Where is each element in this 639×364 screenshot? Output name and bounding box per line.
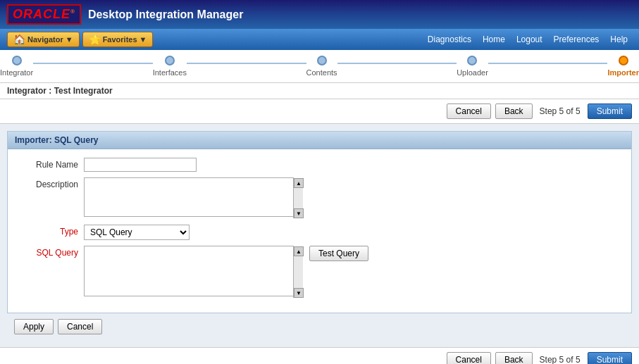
preferences-link[interactable]: Preferences — [550, 33, 604, 46]
sql-query-label: SQL Query — [15, 246, 78, 258]
help-link[interactable]: Help — [606, 33, 632, 46]
step-uploader[interactable]: Uploader — [457, 56, 488, 77]
description-textarea[interactable] — [84, 177, 294, 217]
navigator-chevron: ▼ — [66, 35, 73, 44]
diagnostics-link[interactable]: Diagnostics — [423, 33, 476, 46]
app-header: ORACLE® Desktop Integration Manager — [0, 0, 639, 29]
test-query-button[interactable]: Test Query — [309, 246, 368, 261]
step-label-uploader: Uploader — [457, 68, 488, 77]
favorites-chevron: ▼ — [139, 35, 147, 44]
cancel-button[interactable]: Cancel — [58, 319, 102, 334]
sql-scrollbar-down-arrow[interactable]: ▼ — [294, 288, 304, 298]
navigator-button[interactable]: 🏠 Navigator ▼ — [7, 32, 80, 47]
top-back-button[interactable]: Back — [495, 103, 533, 119]
step-integrator[interactable]: Integrator — [0, 56, 33, 77]
section-body: Rule Name Description ▲ ▼ Type — [8, 149, 631, 313]
step-circle-integrator — [12, 56, 22, 65]
wizard-line-2 — [187, 63, 306, 64]
bottom-back-button[interactable]: Back — [495, 352, 533, 364]
scrollbar-up-arrow[interactable]: ▲ — [294, 178, 304, 188]
step-circle-uploader — [467, 56, 477, 65]
description-label: Description — [15, 177, 78, 189]
breadcrumb: Integrator : Test Integrator — [0, 83, 639, 99]
bottom-action-bar: Apply Cancel — [7, 313, 632, 340]
step-interfaces[interactable]: Interfaces — [153, 56, 187, 77]
type-row: Type SQL Query Stored Procedure — [15, 225, 624, 240]
rule-name-input[interactable] — [84, 158, 197, 172]
sql-query-row: SQL Query ▲ ▼ Test Query — [15, 246, 624, 299]
rule-name-row: Rule Name — [15, 158, 624, 172]
home-link[interactable]: Home — [478, 33, 509, 46]
wizard-steps: Integrator Interfaces Contents Uploader … — [0, 50, 639, 83]
wizard-line-4 — [488, 63, 608, 64]
bottom-step-label: Step 5 of 5 — [540, 355, 581, 364]
sql-scrollbar: ▲ ▼ — [293, 246, 303, 298]
bottom-wizard-bar: Cancel Back Step 5 of 5 Submit — [0, 347, 639, 364]
top-step-label: Step 5 of 5 — [540, 106, 581, 116]
description-row: Description ▲ ▼ — [15, 177, 624, 219]
step-contents[interactable]: Contents — [306, 56, 337, 77]
description-scrollbar: ▲ ▼ — [293, 178, 303, 218]
sql-query-wrapper: ▲ ▼ — [84, 246, 304, 299]
step-circle-interfaces — [165, 56, 175, 65]
bottom-submit-button[interactable]: Submit — [588, 352, 632, 364]
top-submit-button[interactable]: Submit — [588, 103, 632, 119]
step-importer[interactable]: Importer — [607, 56, 639, 77]
section-header: Importer: SQL Query — [8, 132, 631, 149]
navigator-label: Navigator — [27, 35, 63, 44]
type-label: Type — [15, 225, 78, 237]
oracle-logo: ORACLE® — [7, 4, 81, 25]
app-title: Desktop Integration Manager — [88, 8, 632, 21]
logout-link[interactable]: Logout — [512, 33, 547, 46]
rule-name-label: Rule Name — [15, 158, 78, 170]
wizard-line-3 — [337, 63, 457, 64]
main-content: Importer: SQL Query Rule Name Descriptio… — [0, 124, 639, 347]
top-cancel-button[interactable]: Cancel — [447, 103, 491, 119]
step-label-importer: Importer — [607, 68, 639, 77]
step-label-contents: Contents — [306, 68, 337, 77]
importer-panel: Importer: SQL Query Rule Name Descriptio… — [7, 131, 632, 313]
step-label-interfaces: Interfaces — [153, 68, 187, 77]
wizard-line-1 — [33, 63, 153, 64]
top-action-bar: Cancel Back Step 5 of 5 Submit — [0, 99, 639, 124]
step-label-integrator: Integrator — [0, 68, 33, 77]
bottom-cancel-button[interactable]: Cancel — [447, 352, 491, 364]
step-circle-contents — [317, 56, 327, 65]
scrollbar-down-arrow[interactable]: ▼ — [294, 208, 304, 218]
favorites-button[interactable]: ⭐ Favorites ▼ — [82, 32, 154, 47]
favorites-label: Favorites — [103, 35, 137, 44]
top-navigation: 🏠 Navigator ▼ ⭐ Favorites ▼ Diagnostics … — [0, 29, 639, 50]
sql-scrollbar-up-arrow[interactable]: ▲ — [294, 246, 304, 256]
step-circle-importer — [619, 56, 628, 65]
apply-button[interactable]: Apply — [14, 319, 54, 334]
sql-query-textarea[interactable] — [84, 246, 294, 296]
description-wrapper: ▲ ▼ — [84, 177, 304, 219]
breadcrumb-text: Integrator : Test Integrator — [7, 86, 113, 96]
type-select[interactable]: SQL Query Stored Procedure — [84, 225, 190, 240]
